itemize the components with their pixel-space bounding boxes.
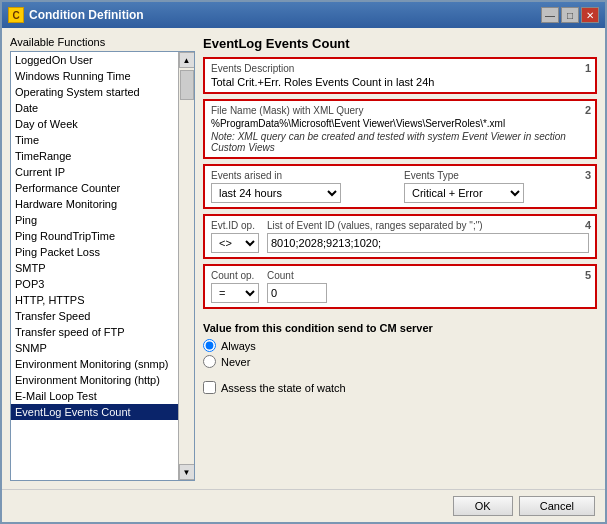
list-item[interactable]: TimeRange	[11, 148, 178, 164]
radio-never[interactable]	[203, 355, 216, 368]
events-arised-select[interactable]: last 24 hours last hour last week	[211, 183, 341, 203]
scrollbar[interactable]: ▲ ▼	[178, 52, 194, 480]
list-item[interactable]: Ping	[11, 212, 178, 228]
list-item[interactable]: Current IP	[11, 164, 178, 180]
list-item[interactable]: Windows Running Time	[11, 68, 178, 84]
file-name-section: File Name (Mask) with XML Query %Program…	[203, 99, 597, 159]
events-description-label: Events Description	[211, 63, 589, 74]
section5-number: 5	[585, 269, 591, 281]
list-item[interactable]: Day of Week	[11, 116, 178, 132]
count-op-group: Count op. = <> < > <= >=	[211, 270, 259, 303]
title-bar-left: C Condition Definition	[8, 7, 144, 23]
section1-number: 1	[585, 62, 591, 74]
count-label: Count	[267, 270, 327, 281]
list-item[interactable]: Time	[11, 132, 178, 148]
title-buttons: — □ ✕	[541, 7, 599, 23]
list-item[interactable]: Environment Monitoring (http)	[11, 372, 178, 388]
assess-label: Assess the state of watch	[221, 382, 346, 394]
list-item[interactable]: SMTP	[11, 260, 178, 276]
list-item[interactable]: SNMP	[11, 340, 178, 356]
list-item[interactable]: Performance Counter	[11, 180, 178, 196]
event-id-list-input[interactable]	[267, 233, 589, 253]
title-bar: C Condition Definition — □ ✕	[2, 2, 605, 28]
window-title: Condition Definition	[29, 8, 144, 22]
right-panel: EventLog Events Count Events Description…	[203, 36, 597, 481]
count-value-group: Count	[267, 270, 327, 303]
section2-number: 2	[585, 104, 591, 116]
left-panel: Available Functions LoggedOn User Window…	[10, 36, 195, 481]
right-panel-title: EventLog Events Count	[203, 36, 597, 51]
window-icon: C	[8, 7, 24, 23]
bottom-bar: OK Cancel	[2, 489, 605, 522]
cancel-button[interactable]: Cancel	[519, 496, 595, 516]
count-op-label: Count op.	[211, 270, 259, 281]
file-path-value: %ProgramData%\Microsoft\Event Viewer\Vie…	[211, 118, 589, 129]
radio-never-row: Never	[203, 355, 597, 368]
value-send-section: Value from this condition send to CM ser…	[203, 318, 597, 375]
event-id-list-group: List of Event ID (values, ranges separat…	[267, 220, 589, 253]
value-send-title: Value from this condition send to CM ser…	[203, 322, 597, 334]
list-item[interactable]: Hardware Monitoring	[11, 196, 178, 212]
list-item[interactable]: Date	[11, 100, 178, 116]
events-arised-label: Events arised in	[211, 170, 396, 181]
count-section: Count op. = <> < > <= >= Count 5	[203, 264, 597, 309]
list-item[interactable]: Transfer Speed	[11, 308, 178, 324]
minimize-button[interactable]: —	[541, 7, 559, 23]
scroll-down[interactable]: ▼	[179, 464, 195, 480]
maximize-button[interactable]: □	[561, 7, 579, 23]
evt-id-op-label: Evt.ID op.	[211, 220, 259, 231]
events-timing-section: Events arised in last 24 hours last hour…	[203, 164, 597, 209]
events-description-value: Total Crit.+Err. Roles Events Count in l…	[211, 76, 589, 88]
list-item[interactable]: E-Mail Loop Test	[11, 388, 178, 404]
list-item[interactable]: Transfer speed of FTP	[11, 324, 178, 340]
list-item[interactable]: LoggedOn User	[11, 52, 178, 68]
scroll-thumb[interactable]	[180, 70, 194, 100]
list-item[interactable]: Ping RoundTripTime	[11, 228, 178, 244]
event-id-section: Evt.ID op. <> = < > <= >= List of Event …	[203, 214, 597, 259]
events-arised-group: Events arised in last 24 hours last hour…	[211, 170, 396, 203]
events-type-group: Events Type Critical + Error Error Warni…	[404, 170, 589, 203]
left-panel-title: Available Functions	[10, 36, 195, 48]
scroll-up[interactable]: ▲	[179, 52, 195, 68]
evt-id-op-select[interactable]: <> = < > <= >=	[211, 233, 259, 253]
events-type-select[interactable]: Critical + Error Error Warning Informati…	[404, 183, 524, 203]
list-item[interactable]: Ping Packet Loss	[11, 244, 178, 260]
file-name-note: Note: XML query can be created and teste…	[211, 131, 589, 153]
functions-list[interactable]: LoggedOn User Windows Running Time Opera…	[10, 51, 195, 481]
assess-row: Assess the state of watch	[203, 381, 597, 394]
list-item[interactable]: HTTP, HTTPS	[11, 292, 178, 308]
ok-button[interactable]: OK	[453, 496, 513, 516]
count-input[interactable]	[267, 283, 327, 303]
radio-always[interactable]	[203, 339, 216, 352]
events-type-label: Events Type	[404, 170, 589, 181]
close-button[interactable]: ✕	[581, 7, 599, 23]
list-item[interactable]: Environment Monitoring (snmp)	[11, 356, 178, 372]
list-item[interactable]: Operating System started	[11, 84, 178, 100]
main-content: Available Functions LoggedOn User Window…	[2, 28, 605, 489]
radio-always-label: Always	[221, 340, 256, 352]
count-op-select[interactable]: = <> < > <= >=	[211, 283, 259, 303]
events-description-section: Events Description Total Crit.+Err. Role…	[203, 57, 597, 94]
main-window: C Condition Definition — □ ✕ Available F…	[0, 0, 607, 524]
list-item[interactable]: POP3	[11, 276, 178, 292]
radio-never-label: Never	[221, 356, 250, 368]
section3-number: 3	[585, 169, 591, 181]
event-id-list-label: List of Event ID (values, ranges separat…	[267, 220, 589, 231]
section4-number: 4	[585, 219, 591, 231]
assess-checkbox[interactable]	[203, 381, 216, 394]
file-name-label: File Name (Mask) with XML Query	[211, 105, 589, 116]
list-item-eventlog[interactable]: EventLog Events Count	[11, 404, 178, 420]
evt-id-op-group: Evt.ID op. <> = < > <= >=	[211, 220, 259, 253]
radio-always-row: Always	[203, 339, 597, 352]
